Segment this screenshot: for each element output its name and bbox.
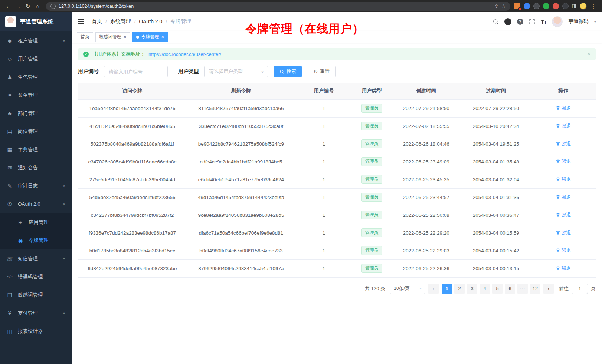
force-logout-button[interactable]: 强退 <box>556 176 571 183</box>
side-panel-icon[interactable]: ◨ <box>572 3 576 9</box>
trash-icon <box>556 195 560 199</box>
refresh-token-cell-text: 9ce8ef2aa9f14056b831ae9b608e28d5 <box>198 212 284 218</box>
sidebar-item[interactable]: ▤岗位管理 <box>0 122 72 140</box>
user-id-input[interactable] <box>104 66 168 77</box>
search-icon[interactable] <box>493 19 499 25</box>
sidebar-item[interactable]: ☏短信管理∨ <box>0 249 72 268</box>
sidebar-item[interactable]: ✆OAuth 2.0∧ <box>0 195 72 213</box>
page-button[interactable]: 6 <box>505 284 515 294</box>
extension-icon[interactable] <box>524 3 530 9</box>
force-logout-label: 强退 <box>562 158 571 165</box>
help-icon[interactable]: ? <box>517 19 523 25</box>
extension-icon[interactable] <box>553 3 559 9</box>
sidebar-item[interactable]: ☻租户管理∨ <box>0 32 72 50</box>
force-logout-button[interactable]: 强退 <box>556 194 571 201</box>
breadcrumb-item[interactable]: 系统管理 <box>110 18 131 25</box>
browser-profile-avatar[interactable] <box>580 3 587 10</box>
sidebar-item-label: 审计日志 <box>18 183 58 189</box>
sidebar-item[interactable]: ≡菜单管理 <box>0 86 72 104</box>
page-button[interactable]: 4 <box>480 284 490 294</box>
view-tab[interactable]: 首页 <box>77 32 93 42</box>
refresh-token-cell-text: 811c530487574fa0af1a59d3abc1aa66 <box>198 106 284 111</box>
user-id-cell: 1 <box>295 153 352 171</box>
force-logout-button[interactable]: 强退 <box>556 247 571 254</box>
sidebar-item[interactable]: ⊞应用管理 <box>0 213 72 231</box>
chevron-down-icon[interactable]: ▾ <box>594 19 596 24</box>
view-tab[interactable]: 敏感词管理× <box>95 32 130 42</box>
search-button[interactable]: 搜索 <box>274 66 302 77</box>
force-logout-button[interactable]: 强退 <box>556 140 571 147</box>
page-button[interactable]: 5 <box>492 284 503 294</box>
sidebar-item[interactable]: ▦字典管理 <box>0 140 72 159</box>
sidebar-item[interactable]: ◫报表设计器 <box>0 322 72 340</box>
sidebar-item[interactable]: ¥支付管理∨ <box>0 304 72 322</box>
collapse-sidebar-button[interactable] <box>78 17 86 26</box>
tenant-icon: ☻ <box>6 38 13 44</box>
prev-page-button[interactable]: ‹ <box>428 284 439 294</box>
view-tab[interactable]: 令牌管理× <box>132 32 168 42</box>
pager-ellipsis[interactable]: ··· <box>517 284 528 294</box>
page-button[interactable]: 12 <box>530 284 540 294</box>
sidebar-item[interactable]: ❐敏感词管理 <box>0 286 72 304</box>
created-time-cell: 2022-06-25 23:45:25 <box>391 171 461 188</box>
page-size-select[interactable]: 10条/页 ∨ <box>390 284 425 294</box>
sidebar-item[interactable]: ♟角色管理 <box>0 68 72 86</box>
force-logout-button[interactable]: 强退 <box>556 158 571 165</box>
share-icon[interactable]: ⇧ <box>494 3 498 9</box>
fullscreen-icon[interactable] <box>529 19 535 25</box>
browser-menu-icon[interactable]: ⋮ <box>590 3 597 9</box>
page-button[interactable]: 1 <box>442 284 452 294</box>
address-bar[interactable]: i 127.0.0.1:1024/system/oauth2/token ⇧ ☆ <box>46 2 510 11</box>
extension-icon[interactable] <box>533 3 540 9</box>
browser-forward-icon[interactable]: → <box>13 3 23 9</box>
extension-icon[interactable] <box>514 3 520 9</box>
force-logout-button[interactable]: 强退 <box>556 212 571 218</box>
sidebar-item[interactable]: ✎审计日志∨ <box>0 177 72 195</box>
sidebar-item[interactable]: </>错误码管理 <box>0 268 72 286</box>
close-icon[interactable]: × <box>124 34 127 39</box>
doc-link[interactable]: https://doc.iocoder.cn/user-center/ <box>148 52 221 57</box>
expire-time-cell-text: 2054-03-04 01:32:04 <box>473 177 519 182</box>
app-logo[interactable]: 芋道管理系统 <box>0 12 72 31</box>
site-info-icon[interactable]: i <box>50 4 56 9</box>
extension-icon[interactable] <box>562 3 569 9</box>
force-logout-button[interactable]: 强退 <box>556 123 571 129</box>
alert-close-icon[interactable]: × <box>587 51 590 57</box>
sidebar-item[interactable]: ♣部门管理 <box>0 104 72 122</box>
sidebar-item[interactable]: ✉通知公告 <box>0 159 72 177</box>
table-header-row: 访问令牌刷新令牌用户编号用户类型创建时间过期时间操作 <box>78 83 596 99</box>
sidebar-item-label: 支付管理 <box>18 310 58 317</box>
sidebar-item[interactable]: ☺用户管理 <box>0 50 72 68</box>
breadcrumb-item[interactable]: OAuth 2.0 <box>139 19 162 24</box>
sensitive-icon: ❐ <box>6 292 13 298</box>
browser-reload-icon[interactable]: ↻ <box>23 3 33 10</box>
github-icon[interactable] <box>504 18 511 25</box>
next-page-button[interactable]: › <box>543 284 554 294</box>
refresh-token-cell: 8796295f04064c2983414cc54af1097a <box>187 259 295 277</box>
force-logout-button[interactable]: 强退 <box>556 105 571 112</box>
column-header: 创建时间 <box>391 83 461 99</box>
browser-back-icon[interactable]: ← <box>4 3 13 9</box>
page-button[interactable]: 3 <box>467 284 477 294</box>
expire-time-cell: 2054-03-04 01:32:04 <box>461 171 531 188</box>
bookmark-star-icon[interactable]: ☆ <box>501 3 506 9</box>
user-avatar[interactable] <box>552 16 563 27</box>
extension-icon[interactable] <box>543 3 549 9</box>
force-logout-button[interactable]: 强退 <box>556 265 571 272</box>
force-logout-button[interactable]: 强退 <box>556 229 571 236</box>
expire-time-cell: 2054-03-04 00:15:42 <box>461 242 531 259</box>
user-id-cell: 1 <box>295 259 352 277</box>
sidebar-item[interactable]: ◉令牌管理 <box>0 231 72 249</box>
page-button[interactable]: 2 <box>454 284 465 294</box>
user-type-select[interactable]: 请选择用户类型 ∨ <box>204 66 268 77</box>
force-logout-label: 强退 <box>562 229 571 236</box>
close-icon[interactable]: × <box>161 34 164 39</box>
reset-button[interactable]: ↻ 重置 <box>308 66 336 77</box>
user-name[interactable]: 芋道源码 <box>568 18 588 25</box>
browser-home-icon[interactable]: ⌂ <box>33 3 42 9</box>
breadcrumb-item[interactable]: 首页 <box>92 18 102 25</box>
font-size-icon[interactable]: TT <box>541 19 546 25</box>
access-token-cell: 6d842e2924594de9a09e45e087323abe <box>78 259 187 277</box>
access-token-cell: 1ea5e44f8bc1467aaede43144f31de76 <box>78 99 187 117</box>
goto-page-input[interactable] <box>572 284 588 294</box>
